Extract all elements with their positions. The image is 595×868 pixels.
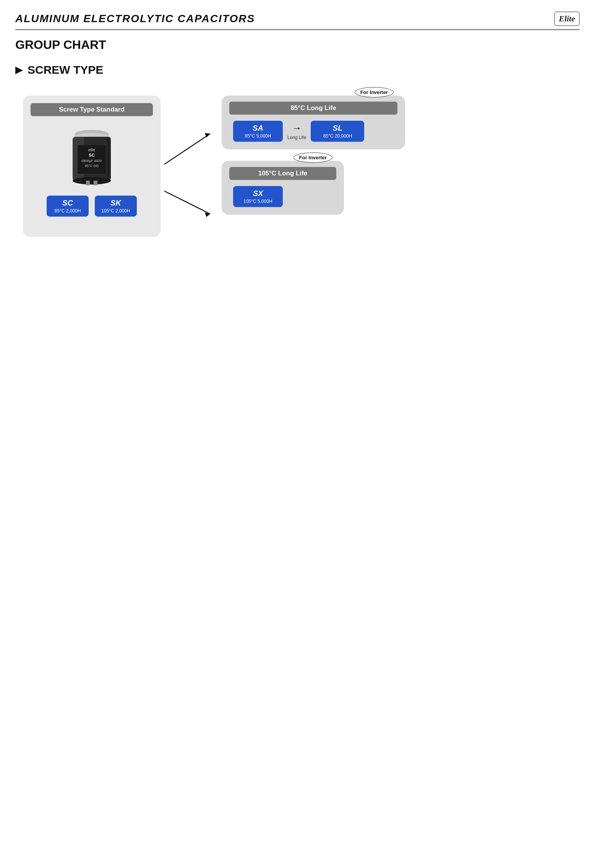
standard-box: Screw Type Standard elite SC 680	[23, 96, 161, 237]
page-header: ALUMINUM ELECTROLYTIC CAPACITORS Elite	[15, 11, 580, 30]
diagram-container: Screw Type Standard elite SC 680	[15, 88, 580, 248]
svg-rect-5	[107, 137, 111, 181]
right-boxes: For Inverter 85°C Long Life SA 85°C 5,00…	[222, 96, 405, 215]
85c-title: 85°C Long Life	[229, 102, 397, 115]
svg-rect-13	[94, 181, 97, 185]
sl-code: SL	[317, 124, 358, 133]
105c-series-row: SX 105°C 5,000H	[229, 186, 336, 207]
long-life-label: Long Life	[287, 135, 306, 140]
for-inverter-105c: For Inverter	[293, 152, 332, 163]
sk-series-btn: SK 105°C 2,000H	[95, 196, 137, 217]
sl-temp: 85°C 20,000H	[317, 133, 358, 139]
sx-code: SX	[239, 189, 277, 198]
section-heading: SCREW TYPE	[15, 63, 580, 76]
standard-series-buttons: SC 85°C 2,000H SK 105°C 2,000H	[31, 196, 153, 217]
svg-text:6800µF 400V: 6800µF 400V	[81, 159, 102, 163]
svg-rect-12	[86, 181, 90, 185]
sx-series-btn: SX 105°C 5,000H	[233, 186, 283, 207]
85c-series-row: SA 85°C 5,000H → Long Life SL 85°C 20,00…	[229, 121, 397, 142]
sa-temp: 85°C 5,000H	[239, 133, 277, 139]
capacitor-image: elite SC 6800µF 400V 85°C (M)	[63, 123, 120, 184]
elite-logo: Elite	[554, 11, 580, 26]
105c-title: 105°C Long Life	[229, 167, 336, 180]
svg-line-16	[164, 191, 210, 214]
arrows-container	[161, 96, 222, 237]
svg-text:SC: SC	[89, 153, 94, 157]
sk-temp: 105°C 2,000H	[101, 208, 131, 214]
connection-arrows-svg	[161, 96, 222, 260]
sa-series-btn: SA 85°C 5,000H	[233, 121, 283, 142]
sl-series-btn: SL 85°C 20,000H	[311, 121, 364, 142]
svg-text:85°C (M): 85°C (M)	[85, 164, 99, 168]
sx-temp: 105°C 5,000H	[239, 199, 277, 204]
105c-longlife-box: For Inverter 105°C Long Life SX 105°C 5,…	[222, 161, 344, 215]
svg-point-6	[73, 177, 111, 185]
standard-box-title: Screw Type Standard	[31, 103, 153, 116]
arrow-right-icon: →	[292, 122, 302, 134]
arrow-long-life: → Long Life	[287, 122, 306, 140]
sc-temp: 85°C 2,000H	[53, 208, 83, 214]
85c-longlife-box: For Inverter 85°C Long Life SA 85°C 5,00…	[222, 96, 405, 149]
for-inverter-85c: For Inverter	[355, 87, 394, 97]
page-title: GROUP CHART	[15, 38, 580, 52]
capacitor-svg: elite SC 6800µF 400V 85°C (M)	[63, 123, 120, 186]
sk-code: SK	[101, 199, 131, 207]
sc-code: SC	[53, 199, 83, 207]
logo-text: Elite	[559, 14, 575, 23]
section-heading-text: SCREW TYPE	[28, 63, 103, 76]
svg-text:elite: elite	[88, 148, 96, 152]
sa-code: SA	[239, 124, 277, 133]
header-title: ALUMINUM ELECTROLYTIC CAPACITORS	[15, 13, 255, 25]
svg-line-14	[164, 134, 210, 164]
sc-series-btn: SC 85°C 2,000H	[47, 196, 89, 217]
